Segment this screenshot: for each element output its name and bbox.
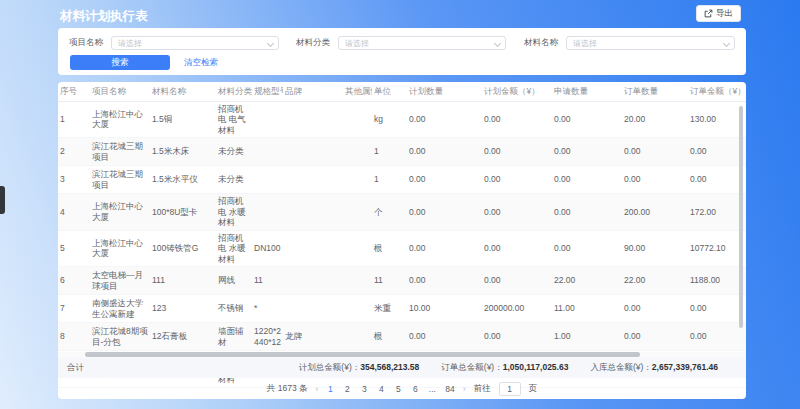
table-cell: 未分类 (216, 166, 252, 194)
horizontal-scrollbar-thumb[interactable] (85, 352, 640, 357)
table-cell: 上海松江中心大厦 (90, 194, 150, 231)
column-header: 项目名称 (90, 84, 150, 101)
table-cell (343, 267, 372, 295)
page-number-button[interactable]: 84 (445, 384, 454, 394)
table-cell: 0.00 (622, 295, 688, 323)
material-name-input[interactable] (567, 37, 734, 49)
table-cell: 龙牌 (283, 323, 343, 351)
table-cell: 个 (372, 194, 407, 231)
column-header: 其他属性 (343, 84, 372, 101)
table-cell (283, 101, 343, 138)
vertical-scrollbar[interactable] (739, 106, 743, 328)
table-cell: 0.00 (688, 166, 746, 194)
prev-page-icon[interactable]: ‹ (315, 384, 318, 394)
page-number-button[interactable]: 4 (377, 384, 385, 394)
table-cell: 0.00 (552, 194, 622, 231)
column-header: 序号 (58, 84, 90, 101)
table-cell: 0.00 (552, 138, 622, 166)
project-name-input[interactable] (112, 37, 278, 49)
table-cell: 0.00 (407, 230, 482, 267)
next-page-icon[interactable]: › (463, 384, 466, 394)
table-cell: 22.00 (552, 267, 622, 295)
material-category-select[interactable] (338, 36, 506, 50)
table-cell: 0.00 (688, 295, 746, 323)
table-cell: 招商机电 水暖材料 (216, 194, 252, 231)
table-row: 8滨江花城8期项目-分包12石膏板墙面辅材1220*2440*12龙牌根0.00… (58, 323, 746, 351)
table-row: 7南侧盛达大学生公寓新建123不锈钢*米重10.00200000.0011.00… (58, 295, 746, 323)
page-number-button[interactable]: 6 (411, 384, 419, 394)
table-cell: 墙面辅材 (216, 323, 252, 351)
clear-search-link[interactable]: 清空检索 (184, 57, 218, 69)
table-cell: 10772.10 (688, 230, 746, 267)
table-cell: 0.00 (552, 166, 622, 194)
table-cell (252, 101, 283, 138)
table-cell: 0.00 (407, 267, 482, 295)
table-cell: 0.00 (688, 138, 746, 166)
page-number-button[interactable]: 5 (394, 384, 402, 394)
table-cell: 200000.00 (482, 295, 552, 323)
column-header: 订单金额（¥） (688, 84, 746, 101)
table-cell (252, 138, 283, 166)
project-name-select[interactable] (111, 36, 279, 50)
table-cell: 1.5铜 (150, 101, 216, 138)
material-category-input[interactable] (339, 37, 505, 49)
table-cell: 0.00 (482, 166, 552, 194)
table-panel: 序号项目名称材料名称材料分类规格型号品牌其他属性单位计划数量计划金额（¥）申请数… (58, 82, 746, 399)
table-cell (252, 166, 283, 194)
table-row: 1上海松江中心大厦1.5铜招商机电 电气材料kg0.000.000.0020.0… (58, 101, 746, 138)
table-cell: 0.00 (407, 101, 482, 138)
column-header: 计划数量 (407, 84, 482, 101)
table-cell: 1188.00 (688, 267, 746, 295)
table-cell: 172.00 (688, 194, 746, 231)
table-cell: 南侧盛达大学生公寓新建 (90, 295, 150, 323)
search-button[interactable]: 搜索 (70, 55, 170, 70)
table-cell: 0.00 (552, 101, 622, 138)
table-header-row: 序号项目名称材料名称材料分类规格型号品牌其他属性单位计划数量计划金额（¥）申请数… (58, 84, 746, 101)
material-name-select[interactable] (566, 36, 735, 50)
page-number-button[interactable]: 2 (343, 384, 351, 394)
table-cell: 未分类 (216, 138, 252, 166)
table-cell: 5 (58, 230, 90, 267)
table-cell: 不锈钢 (216, 295, 252, 323)
table-cell: 2 (58, 138, 90, 166)
column-header: 订单数量 (622, 84, 688, 101)
table-cell: 0.00 (482, 138, 552, 166)
table-cell: 0.00 (407, 323, 482, 351)
sidebar-toggle-handle[interactable] (0, 186, 5, 214)
table-cell: 3 (58, 166, 90, 194)
app-background: 材料计划执行表 导出 项目名称 材料分类 材料名称 搜索 (0, 0, 800, 409)
summary-total-label: 合计 (58, 362, 84, 374)
table-cell (283, 295, 343, 323)
table-cell: * (252, 295, 283, 323)
table-cell: 12石膏板 (150, 323, 216, 351)
table-cell: 太空电梯—月球项目 (90, 267, 150, 295)
filter-panel: 项目名称 材料分类 材料名称 搜索 清空检索 (58, 28, 746, 75)
table-cell: 7 (58, 295, 90, 323)
table-cell (283, 166, 343, 194)
export-button[interactable]: 导出 (696, 5, 741, 22)
export-label: 导出 (716, 8, 733, 20)
table-cell: 1220*2440*12 (252, 323, 283, 351)
table-cell: 6 (58, 267, 90, 295)
goto-page-input[interactable] (499, 382, 521, 396)
table-cell: 200.00 (622, 194, 688, 231)
table-cell (252, 194, 283, 231)
table-cell: 0.00 (482, 101, 552, 138)
table-cell (283, 267, 343, 295)
table-cell (283, 138, 343, 166)
table-cell: 0.00 (482, 194, 552, 231)
table-cell: 11.00 (552, 295, 622, 323)
table-cell: 0.00 (482, 230, 552, 267)
table-cell: 1 (372, 138, 407, 166)
table-cell: 滨江花城三期项目 (90, 138, 150, 166)
table-cell (343, 101, 372, 138)
page-number-button[interactable]: 1 (326, 384, 334, 394)
table-cell (283, 230, 343, 267)
table-cell: 111 (150, 267, 216, 295)
table-cell: 11 (372, 267, 407, 295)
page-number-button[interactable]: 3 (360, 384, 368, 394)
table-cell: 上海松江中心大厦 (90, 101, 150, 138)
table-cell: 0.00 (622, 166, 688, 194)
column-header: 单位 (372, 84, 407, 101)
table-cell: 1.00 (552, 323, 622, 351)
